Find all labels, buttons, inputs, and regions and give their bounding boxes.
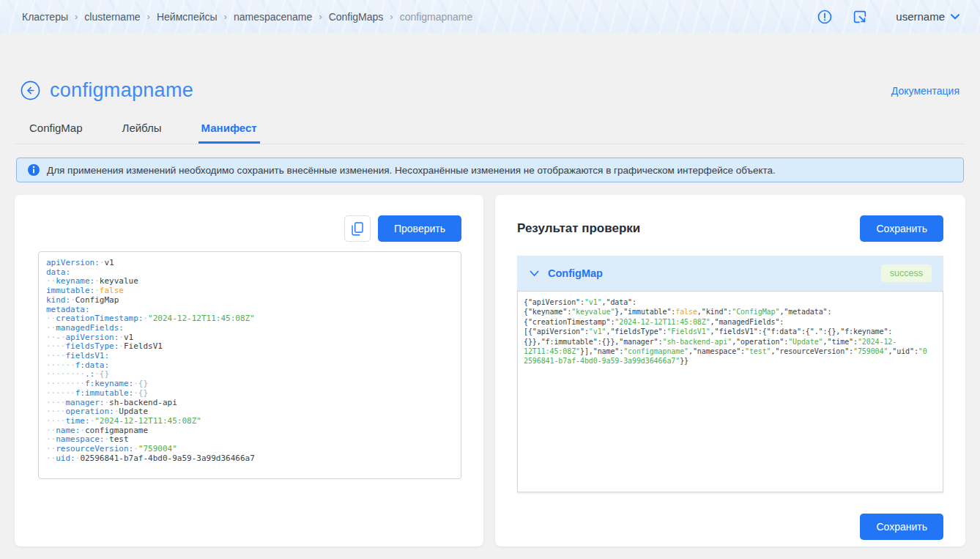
json-line: {}},"f:immutable":{}},"manager":"sh-back…: [524, 337, 937, 347]
copy-button[interactable]: [344, 215, 371, 242]
breadcrumb-item[interactable]: Неймспейсы: [157, 11, 218, 23]
info-banner-text: Для применения изменений необходимо сохр…: [47, 165, 776, 176]
tab-labels[interactable]: Лейблы: [119, 122, 165, 144]
save-button-top[interactable]: Сохранить: [860, 215, 943, 242]
breadcrumb: Кластеры›clustername›Неймспейсы›namespac…: [22, 11, 472, 23]
yaml-line: kind:·ConfigMap: [46, 296, 453, 306]
json-line: {"apiVersion":"v1","data":: [524, 297, 937, 307]
cards-row: Проверить apiVersion:·v1data:··keyname:·…: [15, 195, 965, 547]
info-banner: Для применения изменений необходимо сохр…: [16, 158, 964, 182]
yaml-editor[interactable]: apiVersion:·v1data:··keyname:·keyvalueim…: [38, 251, 461, 479]
page-title: configmapname: [50, 79, 193, 102]
json-line: [{"apiVersion":"v1","fieldsType":"Fields…: [524, 327, 937, 336]
page-content: configmapname Документация ConfigMapЛейб…: [0, 79, 980, 547]
json-line: {"creationTimestamp":"2024-12-12T11:45:0…: [524, 317, 937, 327]
topbar: Кластеры›clustername›Неймспейсы›namespac…: [0, 0, 980, 33]
breadcrumb-separator: ›: [390, 11, 393, 22]
yaml-line: ··uid:·02596841-b7af-4bd0-9a59-3a99d3646…: [46, 454, 453, 464]
breadcrumb-separator: ›: [224, 11, 227, 22]
tab-configmap[interactable]: ConfigMap: [26, 122, 86, 144]
chevron-down-icon: [951, 14, 959, 20]
title-row: configmapname Документация: [21, 79, 959, 102]
json-result: {"apiVersion":"v1","data":{"keyname":"ke…: [517, 291, 943, 492]
documentation-link[interactable]: Документация: [891, 85, 959, 97]
manifest-editor-card: Проверить apiVersion:·v1data:··keyname:·…: [15, 195, 483, 547]
status-badge: success: [881, 264, 932, 282]
back-button[interactable]: [21, 81, 40, 100]
json-line: 2596841-b7af-4bd0-9a59-3a99d36466a7"}}: [524, 356, 937, 366]
yaml-line: apiVersion:·v1: [46, 259, 453, 268]
configmap-accordion-header[interactable]: ConfigMap success: [517, 256, 943, 291]
accordion-label: ConfigMap: [548, 267, 603, 279]
export-icon[interactable]: [852, 9, 868, 25]
tab-manifest[interactable]: Манифест: [198, 122, 260, 144]
breadcrumb-item[interactable]: Кластеры: [22, 11, 68, 23]
check-button[interactable]: Проверить: [378, 215, 461, 242]
breadcrumb-separator: ›: [75, 11, 78, 22]
result-title: Результат проверки: [517, 221, 640, 236]
copy-icon: [352, 222, 363, 236]
breadcrumb-item[interactable]: namespacename: [234, 11, 312, 23]
username-label: username: [896, 10, 945, 23]
breadcrumb-separator: ›: [147, 11, 150, 22]
topbar-actions: username: [817, 9, 959, 25]
save-button-bottom[interactable]: Сохранить: [860, 514, 943, 540]
user-menu[interactable]: username: [896, 10, 959, 23]
info-icon: [27, 163, 40, 177]
breadcrumb-item: configmapname: [400, 11, 473, 23]
breadcrumb-item[interactable]: ConfigMaps: [329, 11, 384, 23]
breadcrumb-item[interactable]: clustername: [84, 11, 140, 23]
json-line: {"keyname":"keyvalue"},"immutable":false…: [524, 307, 937, 316]
tabs: ConfigMapЛейблыМанифест: [15, 122, 965, 144]
breadcrumb-separator: ›: [319, 11, 322, 22]
check-result-card: Результат проверки Сохранить ConfigMap s…: [495, 195, 965, 547]
json-line: 12T11:45:08Z"}],"name":"configmapname","…: [524, 347, 937, 356]
chevron-down-icon: [530, 270, 539, 277]
alert-icon[interactable]: [817, 9, 833, 25]
